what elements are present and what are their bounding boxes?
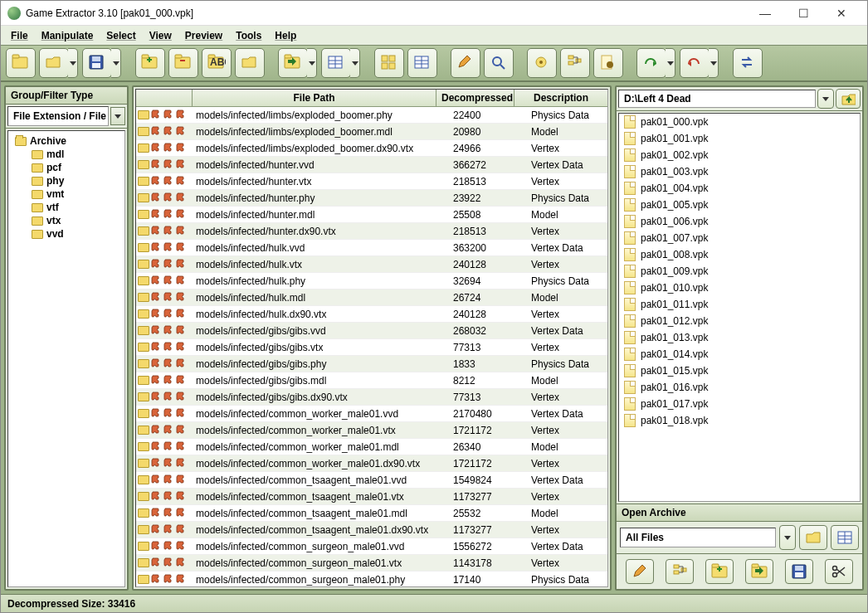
table-body[interactable]: models/infected/limbs/exploded_boomer.ph… bbox=[136, 107, 607, 586]
table-row[interactable]: models/infected/gibs/gibs.vtx77313Vertex bbox=[136, 339, 607, 356]
table-row[interactable]: models/infected/gibs/gibs.dx90.vtx77313V… bbox=[136, 389, 607, 406]
dir-item[interactable]: pak01_009.vpk bbox=[619, 263, 860, 280]
calculator-button[interactable] bbox=[831, 525, 859, 550]
filter-combo[interactable]: File Extension / File bbox=[7, 106, 109, 126]
table-row[interactable]: models/infected/limbs/exploded_boomer.dx… bbox=[136, 140, 607, 157]
table-row[interactable]: models/infected/limbs/exploded_boomer.md… bbox=[136, 124, 607, 140]
tree-item-vvd[interactable]: vvd bbox=[10, 227, 123, 241]
dir-item[interactable]: pak01_007.vpk bbox=[619, 230, 860, 246]
path-field[interactable]: D:\Left 4 Dead bbox=[618, 90, 816, 108]
new-button[interactable] bbox=[6, 48, 36, 78]
table-row[interactable]: models/infected/hulk.dx90.vtx240128Verte… bbox=[136, 306, 607, 323]
col-decompressed[interactable]: Decompressed bbox=[436, 90, 514, 106]
dir-item[interactable]: pak01_013.vpk bbox=[619, 329, 860, 346]
table-row[interactable]: models/infected/hunter.mdl25508Model bbox=[136, 207, 607, 223]
table-row[interactable]: models/infected/gibs/gibs.mdl8212Model bbox=[136, 372, 607, 389]
save-dropdown[interactable] bbox=[111, 48, 121, 78]
edit-button[interactable] bbox=[451, 48, 480, 78]
table-row[interactable]: models/infected/hunter.vtx218513Vertex bbox=[136, 173, 607, 190]
dir-item[interactable]: pak01_004.vpk bbox=[619, 180, 860, 197]
menu-help[interactable]: Help bbox=[270, 28, 301, 43]
tree-item-vtx[interactable]: vtx bbox=[10, 214, 123, 227]
doc-settings-button[interactable] bbox=[593, 48, 623, 78]
table-row[interactable]: models/infected/hunter.vvd366272Vertex D… bbox=[136, 157, 607, 173]
dir-item[interactable]: pak01_003.vpk bbox=[619, 163, 860, 180]
undo-button[interactable] bbox=[680, 48, 710, 78]
tree-button[interactable] bbox=[560, 48, 590, 78]
col-path[interactable]: File Path bbox=[193, 90, 436, 106]
menu-view[interactable]: View bbox=[144, 28, 177, 43]
table-row[interactable]: models/infected/hunter.phy23922Physics D… bbox=[136, 190, 607, 207]
menu-manipulate[interactable]: Manipulate bbox=[37, 28, 99, 43]
redo-dropdown[interactable] bbox=[666, 48, 675, 78]
tree-item-phy[interactable]: phy bbox=[10, 174, 123, 187]
menu-preview[interactable]: Preview bbox=[180, 28, 227, 43]
table-row[interactable]: models/infected/common_worker_male01.vvd… bbox=[136, 406, 607, 422]
export-button[interactable] bbox=[278, 48, 308, 78]
dir-item[interactable]: pak01_008.vpk bbox=[619, 246, 860, 263]
export-dropdown[interactable] bbox=[307, 48, 317, 78]
table-row[interactable]: models/infected/hulk.vtx240128Vertex bbox=[136, 256, 607, 273]
open-dropdown[interactable] bbox=[68, 48, 78, 78]
dir-item[interactable]: pak01_018.vpk bbox=[619, 412, 860, 429]
settings-button[interactable] bbox=[527, 48, 557, 78]
table-row[interactable]: models/infected/common_surgeon_male01.ph… bbox=[136, 572, 607, 586]
col-icons[interactable] bbox=[136, 90, 193, 106]
dir-item[interactable]: pak01_002.vpk bbox=[619, 147, 860, 163]
folder-up-button[interactable] bbox=[836, 89, 861, 109]
dir-item[interactable]: pak01_017.vpk bbox=[619, 396, 860, 412]
browse-button[interactable] bbox=[799, 525, 827, 550]
thumbnails-button[interactable] bbox=[374, 48, 404, 78]
bt-tree[interactable] bbox=[666, 559, 694, 584]
redo-button[interactable] bbox=[636, 48, 666, 78]
maximize-button[interactable]: ☐ bbox=[784, 1, 822, 26]
table-row[interactable]: models/infected/hulk.phy32694Physics Dat… bbox=[136, 273, 607, 289]
bt-export[interactable] bbox=[745, 559, 773, 584]
dir-item[interactable]: pak01_001.vpk bbox=[619, 130, 860, 147]
swap-button[interactable] bbox=[733, 48, 763, 78]
table-row[interactable]: models/infected/common_surgeon_male01.vt… bbox=[136, 555, 607, 572]
table-row[interactable]: models/infected/hulk.vvd363200Vertex Dat… bbox=[136, 240, 607, 256]
tree-item-mdl[interactable]: mdl bbox=[10, 148, 123, 161]
tree-item-vtf[interactable]: vtf bbox=[10, 201, 123, 214]
close-button[interactable]: ✕ bbox=[822, 1, 861, 26]
dir-item[interactable]: pak01_012.vpk bbox=[619, 313, 860, 329]
tree-root[interactable]: Archive bbox=[10, 134, 123, 148]
table-row[interactable]: models/infected/common_surgeon_male01.vv… bbox=[136, 538, 607, 555]
directory-list[interactable]: pak01_000.vpkpak01_001.vpkpak01_002.vpkp… bbox=[618, 113, 861, 502]
open-archive-tab[interactable]: Open Archive bbox=[617, 504, 862, 522]
file-filter-select[interactable]: All Files bbox=[620, 528, 776, 547]
add-button[interactable] bbox=[135, 48, 165, 78]
remove-button[interactable] bbox=[168, 48, 198, 78]
rename-button[interactable] bbox=[202, 48, 232, 78]
minimize-button[interactable]: — bbox=[746, 1, 784, 26]
dir-item[interactable]: pak01_016.vpk bbox=[619, 379, 860, 396]
bt-cut[interactable] bbox=[825, 559, 853, 584]
file-filter-dropdown[interactable] bbox=[779, 525, 796, 550]
details-button[interactable] bbox=[407, 48, 437, 78]
table-row[interactable]: models/infected/hunter.dx90.vtx218513Ver… bbox=[136, 223, 607, 240]
path-dropdown[interactable] bbox=[817, 89, 834, 109]
extension-tree[interactable]: Archive mdlpcfphyvmtvtfvtxvvd bbox=[7, 130, 125, 587]
replace-button[interactable] bbox=[235, 48, 265, 78]
bt-add[interactable] bbox=[705, 559, 734, 584]
bt-save[interactable] bbox=[785, 559, 813, 584]
dir-item[interactable]: pak01_000.vpk bbox=[619, 114, 860, 130]
menu-file[interactable]: File bbox=[6, 28, 33, 43]
table-row[interactable]: models/infected/common_worker_male01.vtx… bbox=[136, 422, 607, 439]
save-button[interactable] bbox=[82, 48, 112, 78]
dir-item[interactable]: pak01_014.vpk bbox=[619, 346, 860, 362]
table-row[interactable]: models/infected/common_worker_male01.dx9… bbox=[136, 455, 607, 472]
table-row[interactable]: models/infected/common_tsaagent_male01.v… bbox=[136, 489, 607, 505]
dir-item[interactable]: pak01_011.vpk bbox=[619, 296, 860, 313]
table-row[interactable]: models/infected/common_tsaagent_male01.v… bbox=[136, 472, 607, 489]
table-row[interactable]: models/infected/common_tsaagent_male01.m… bbox=[136, 505, 607, 522]
menu-tools[interactable]: Tools bbox=[231, 28, 266, 43]
table-view-dropdown[interactable] bbox=[350, 48, 360, 78]
table-row[interactable]: models/infected/gibs/gibs.vvd268032Verte… bbox=[136, 323, 607, 339]
table-row[interactable]: models/infected/common_tsaagent_male01.d… bbox=[136, 522, 607, 538]
search-button[interactable] bbox=[484, 48, 514, 78]
table-view-button[interactable] bbox=[321, 48, 351, 78]
table-row[interactable]: models/infected/gibs/gibs.phy1833Physics… bbox=[136, 356, 607, 372]
dir-item[interactable]: pak01_015.vpk bbox=[619, 362, 860, 379]
